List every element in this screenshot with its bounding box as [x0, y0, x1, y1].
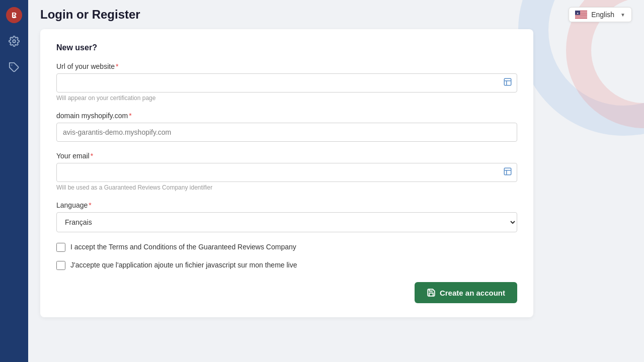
website-url-hint: Will appear on your certification page: [56, 95, 517, 102]
svg-rect-13: [575, 18, 587, 18]
sidebar-item-settings[interactable]: [5, 32, 23, 50]
form-container: New user? Url of your website* Will appe…: [40, 29, 533, 317]
js-checkbox[interactable]: [56, 261, 65, 270]
email-label: Your email*: [56, 152, 517, 160]
language-selector[interactable]: ★ English ▼: [569, 7, 632, 22]
js-checkbox-label: J'accepte que l'application ajoute un fi…: [70, 260, 297, 270]
domain-input-wrapper: [56, 123, 517, 142]
header: Login or Register ★ English ▼: [28, 0, 644, 29]
domain-group: domain myshopify.com*: [56, 112, 517, 142]
svg-rect-16: [504, 78, 511, 85]
sidebar: R: [0, 0, 28, 362]
terms-checkbox[interactable]: [56, 243, 65, 252]
chevron-down-icon: ▼: [620, 12, 625, 18]
website-url-label: Url of your website*: [56, 62, 517, 70]
svg-rect-2: [13, 17, 16, 18]
email-hint: Will be used as a Guaranteed Reviews Com…: [56, 184, 517, 191]
terms-checkbox-label: I accept the Terms and Conditions of the…: [70, 242, 296, 252]
language-label: English: [591, 11, 614, 19]
required-star-language: *: [89, 201, 91, 209]
email-input-wrapper: [56, 163, 517, 182]
website-url-input[interactable]: [56, 73, 517, 93]
email-icon: [503, 167, 512, 178]
website-url-group: Url of your website* Will appear on your…: [56, 62, 517, 102]
create-account-label: Create an account: [440, 289, 505, 297]
page-title: Login or Register: [40, 8, 140, 22]
website-url-icon: [503, 77, 512, 88]
email-group: Your email* Will be used as a Guaranteed…: [56, 152, 517, 191]
email-input[interactable]: [56, 163, 517, 182]
section-title: New user?: [56, 43, 517, 52]
website-url-input-wrapper: [56, 73, 517, 93]
create-account-button[interactable]: Create an account: [415, 282, 517, 303]
required-star: *: [116, 62, 118, 70]
language-label-form: Language*: [56, 201, 517, 209]
save-icon: [427, 288, 436, 297]
svg-rect-12: [575, 16, 587, 17]
svg-point-3: [13, 40, 16, 43]
terms-checkbox-group: I accept the Terms and Conditions of the…: [56, 242, 517, 252]
sidebar-item-tags[interactable]: [5, 58, 23, 76]
main-content: Login or Register ★ English ▼ New user?: [28, 0, 644, 362]
domain-input[interactable]: [56, 123, 517, 142]
svg-rect-11: [575, 15, 587, 16]
required-star-domain: *: [129, 112, 131, 120]
language-group: Language* Français English Español Deuts…: [56, 201, 517, 232]
svg-rect-19: [504, 168, 511, 175]
sidebar-logo[interactable]: R: [5, 6, 23, 24]
required-star-email: *: [91, 152, 93, 160]
language-select[interactable]: Français English Español Deutsch Italian…: [56, 212, 517, 232]
js-checkbox-group: J'accepte que l'application ajoute un fi…: [56, 260, 517, 270]
domain-label: domain myshopify.com*: [56, 112, 517, 120]
